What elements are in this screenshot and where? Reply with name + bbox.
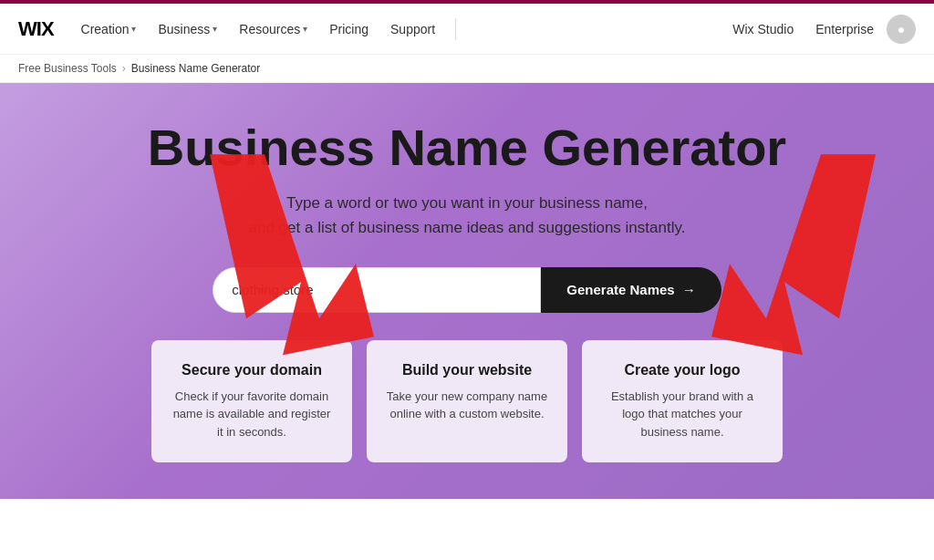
page-title: Business Name Generator xyxy=(18,119,916,176)
svg-marker-0 xyxy=(210,154,374,355)
card-logo-desc: Establish your brand with a logo that ma… xyxy=(600,388,764,441)
nav-right-section: Wix Studio Enterprise ● xyxy=(723,15,916,44)
chevron-down-icon: ▾ xyxy=(303,24,307,34)
hero-section: Business Name Generator Type a word or t… xyxy=(0,83,934,499)
hero-subtitle: Type a word or two you want in your busi… xyxy=(18,191,916,240)
card-domain-desc: Check if your favorite domain name is av… xyxy=(170,388,334,441)
card-logo: Create your logo Establish your brand wi… xyxy=(582,340,783,463)
user-avatar[interactable]: ● xyxy=(887,15,916,44)
nav-resources[interactable]: Resources ▾ xyxy=(230,16,317,42)
search-row: Generate Names → xyxy=(18,267,916,313)
nav-creation[interactable]: Creation ▾ xyxy=(72,16,146,42)
arrow-icon: → xyxy=(682,282,696,297)
nav-divider xyxy=(455,18,456,40)
breadcrumb-current: Business Name Generator xyxy=(131,62,260,75)
svg-marker-1 xyxy=(711,154,876,355)
generate-names-button[interactable]: Generate Names → xyxy=(541,267,721,313)
breadcrumb-parent-link[interactable]: Free Business Tools xyxy=(18,62,117,75)
chevron-down-icon: ▾ xyxy=(131,24,136,34)
card-website-desc: Take your new company name online with a… xyxy=(385,388,549,423)
card-logo-title: Create your logo xyxy=(600,362,764,379)
nav-pricing[interactable]: Pricing xyxy=(320,16,378,42)
breadcrumb-separator: › xyxy=(122,62,126,75)
nav-enterprise[interactable]: Enterprise xyxy=(806,16,883,42)
card-domain: Secure your domain Check if your favorit… xyxy=(151,340,352,463)
nav-business[interactable]: Business ▾ xyxy=(149,16,226,42)
card-website-title: Build your website xyxy=(385,362,549,379)
navbar: WIX Creation ▾ Business ▾ Resources ▾ Pr… xyxy=(0,4,934,55)
wix-logo[interactable]: WIX xyxy=(18,17,54,41)
nav-wix-studio[interactable]: Wix Studio xyxy=(723,16,803,42)
card-domain-title: Secure your domain xyxy=(170,362,334,379)
chevron-down-icon: ▾ xyxy=(213,24,217,34)
feature-cards: Secure your domain Check if your favorit… xyxy=(18,340,916,463)
nav-support[interactable]: Support xyxy=(381,16,444,42)
card-website: Build your website Take your new company… xyxy=(367,340,567,463)
business-name-input[interactable] xyxy=(213,267,541,313)
breadcrumb: Free Business Tools › Business Name Gene… xyxy=(0,55,934,83)
